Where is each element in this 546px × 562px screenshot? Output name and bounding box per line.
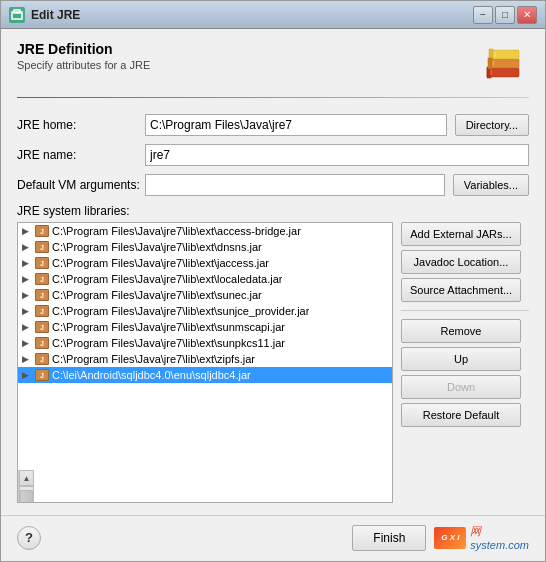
main-content: JRE Definition Specify attributes for a …: [1, 29, 545, 515]
libraries-section: JRE system libraries: ▶JC:\Program Files…: [17, 204, 529, 503]
help-button[interactable]: ?: [17, 526, 41, 550]
jre-name-row: JRE name:: [17, 144, 529, 166]
expand-arrow-icon: ▶: [22, 322, 32, 332]
list-item[interactable]: ▶JC:\Program Files\Java\jre7\lib\ext\sun…: [18, 287, 392, 303]
jar-file-icon: J: [35, 289, 49, 301]
finish-button[interactable]: Finish: [352, 525, 426, 551]
window-title: Edit JRE: [31, 8, 473, 22]
vm-args-label: Default VM arguments:: [17, 178, 137, 192]
jar-file-icon: J: [35, 305, 49, 317]
jar-file-icon: J: [35, 241, 49, 253]
libraries-container: ▶JC:\Program Files\Java\jre7\lib\ext\acc…: [17, 222, 529, 503]
expand-arrow-icon: ▶: [22, 274, 32, 284]
jar-file-icon: J: [35, 257, 49, 269]
minimize-button[interactable]: −: [473, 6, 493, 24]
jar-file-icon: J: [35, 321, 49, 333]
list-item-path: C:\Program Files\Java\jre7\lib\ext\sunms…: [52, 321, 285, 333]
list-item[interactable]: ▶JC:\Program Files\Java\jre7\lib\ext\sun…: [18, 303, 392, 319]
jar-file-icon: J: [35, 337, 49, 349]
expand-arrow-icon: ▶: [22, 290, 32, 300]
jre-icon: [481, 41, 529, 81]
variables-button[interactable]: Variables...: [453, 174, 529, 196]
jar-file-icon: J: [35, 225, 49, 237]
jre-name-input[interactable]: [145, 144, 529, 166]
jre-definition-subtitle: Specify attributes for a JRE: [17, 59, 150, 71]
jar-file-icon: J: [35, 369, 49, 381]
title-bar: Edit JRE − □ ✕: [1, 1, 545, 29]
list-item-path: C:\Program Files\Java\jre7\lib\ext\sunpk…: [52, 337, 285, 349]
header-text: JRE Definition Specify attributes for a …: [17, 41, 150, 71]
watermark: G X I 网 system.com: [434, 524, 529, 551]
scrollbar-thumb[interactable]: [20, 490, 33, 503]
jar-file-icon: J: [35, 273, 49, 285]
list-item-path: C:\Program Files\Java\jre7\lib\ext\zipfs…: [52, 353, 255, 365]
header-section: JRE Definition Specify attributes for a …: [17, 41, 529, 81]
libraries-list[interactable]: ▶JC:\Program Files\Java\jre7\lib\ext\acc…: [18, 223, 392, 470]
footer-right: Finish G X I 网 system.com: [352, 524, 529, 551]
list-item[interactable]: ▶JC:\Program Files\Java\jre7\lib\ext\jac…: [18, 255, 392, 271]
list-item[interactable]: ▶JC:\Program Files\Java\jre7\lib\ext\sun…: [18, 319, 392, 335]
expand-arrow-icon: ▶: [22, 306, 32, 316]
directory-button[interactable]: Directory...: [455, 114, 529, 136]
list-item-path: C:\Program Files\Java\jre7\lib\ext\sunjc…: [52, 305, 309, 317]
add-external-jars-button[interactable]: Add External JARs...: [401, 222, 521, 246]
list-item-path: C:\Program Files\Java\jre7\lib\ext\acces…: [52, 225, 301, 237]
edit-jre-window: Edit JRE − □ ✕ JRE Definition Specify at…: [0, 0, 546, 562]
expand-arrow-icon: ▶: [22, 370, 32, 380]
jre-home-label: JRE home:: [17, 118, 137, 132]
list-item[interactable]: ▶JC:\Program Files\Java\jre7\lib\ext\dns…: [18, 239, 392, 255]
svg-rect-7: [488, 58, 492, 69]
remove-button[interactable]: Remove: [401, 319, 521, 343]
window-controls: − □ ✕: [473, 6, 537, 24]
list-item[interactable]: ▶JC:\lei\Android\sqljdbc4.0\enu\sqljdbc4…: [18, 367, 392, 383]
vm-args-row: Default VM arguments: Variables...: [17, 174, 529, 196]
down-button[interactable]: Down: [401, 375, 521, 399]
expand-arrow-icon: ▶: [22, 242, 32, 252]
vm-args-input[interactable]: [145, 174, 445, 196]
list-item-path: C:\Program Files\Java\jre7\lib\ext\dnsns…: [52, 241, 262, 253]
footer: ? Finish G X I 网 system.com: [1, 515, 545, 561]
list-item-path: C:\Program Files\Java\jre7\lib\ext\sunec…: [52, 289, 262, 301]
jar-file-icon: J: [35, 353, 49, 365]
footer-left: ?: [17, 526, 41, 550]
list-item-path: C:\Program Files\Java\jre7\lib\ext\jacce…: [52, 257, 269, 269]
restore-default-button[interactable]: Restore Default: [401, 403, 521, 427]
header-divider: [17, 97, 529, 98]
up-button[interactable]: Up: [401, 347, 521, 371]
window-icon: [9, 7, 25, 23]
list-item-path: C:\lei\Android\sqljdbc4.0\enu\sqljdbc4.j…: [52, 369, 251, 381]
expand-arrow-icon: ▶: [22, 338, 32, 348]
list-item[interactable]: ▶JC:\Program Files\Java\jre7\lib\ext\sun…: [18, 335, 392, 351]
scroll-up-button[interactable]: ▲: [19, 470, 34, 486]
scrollbar[interactable]: ▲ ▼: [18, 470, 34, 502]
list-item-path: C:\Program Files\Java\jre7\lib\ext\local…: [52, 273, 282, 285]
expand-arrow-icon: ▶: [22, 258, 32, 268]
close-button[interactable]: ✕: [517, 6, 537, 24]
svg-rect-5: [489, 49, 493, 59]
jre-home-input[interactable]: [145, 114, 447, 136]
maximize-button[interactable]: □: [495, 6, 515, 24]
source-attachment-button[interactable]: Source Attachment...: [401, 278, 521, 302]
jre-definition-title: JRE Definition: [17, 41, 150, 57]
list-item[interactable]: ▶JC:\Program Files\Java\jre7\lib\ext\loc…: [18, 271, 392, 287]
watermark-logo: G X I: [434, 527, 466, 549]
libraries-list-wrapper: ▶JC:\Program Files\Java\jre7\lib\ext\acc…: [17, 222, 393, 503]
button-divider: [401, 310, 529, 311]
jre-name-label: JRE name:: [17, 148, 137, 162]
jre-home-row: JRE home: Directory...: [17, 114, 529, 136]
list-item[interactable]: ▶JC:\Program Files\Java\jre7\lib\ext\zip…: [18, 351, 392, 367]
watermark-text: 网 system.com: [470, 524, 529, 551]
side-buttons-panel: Add External JARs... Javadoc Location...…: [401, 222, 529, 503]
libraries-label: JRE system libraries:: [17, 204, 529, 218]
javadoc-location-button[interactable]: Javadoc Location...: [401, 250, 521, 274]
expand-arrow-icon: ▶: [22, 226, 32, 236]
svg-rect-2: [487, 68, 519, 77]
list-item[interactable]: ▶JC:\Program Files\Java\jre7\lib\ext\acc…: [18, 223, 392, 239]
expand-arrow-icon: ▶: [22, 354, 32, 364]
